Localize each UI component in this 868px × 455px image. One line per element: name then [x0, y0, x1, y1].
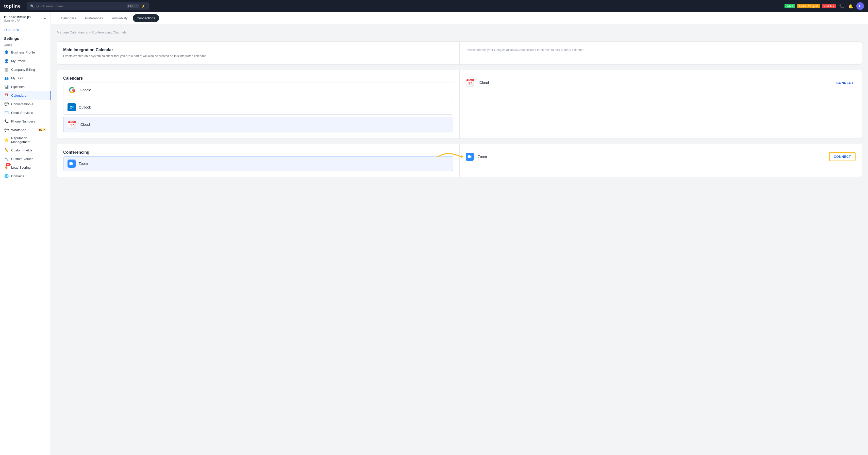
zoom-connect-item: Zoom CONNECT	[466, 150, 856, 163]
search-input[interactable]	[36, 4, 125, 8]
chevron-down-icon: ▼	[43, 17, 46, 21]
beta-badge: beta	[38, 128, 46, 131]
sidebar-item-label: WhatsApp	[11, 128, 35, 132]
calendars-title: Calendars	[63, 76, 453, 80]
icloud-calendar-item[interactable]: Mon 17 iCloud	[63, 117, 453, 132]
sidebar-item-phone-numbers[interactable]: 📞 Phone Numbers	[0, 117, 51, 126]
tab-preferences[interactable]: Preferences	[81, 14, 107, 22]
bell-icon[interactable]: 🔔	[847, 3, 854, 10]
sidebar-item-lead-scoring[interactable]: G 30 Lead Scoring	[0, 163, 51, 172]
conferencing-right: Zoom CONNECT	[460, 144, 862, 177]
conferencing-title: Conferencing	[63, 150, 453, 155]
chevron-left-icon: ‹	[4, 28, 5, 32]
main-layout: Dunder Mifflin [D... Scranton, PA ▼ ‹ Go…	[0, 12, 868, 455]
main-integration-left: Main Integration Calendar Events created…	[57, 42, 460, 64]
company-billing-icon: 🏢	[4, 67, 9, 72]
whatsapp-icon: 💬	[4, 128, 9, 132]
search-bar[interactable]: 🔍 Ctrl + K ⚡	[27, 2, 149, 10]
content-area: Calendars Preferences Availability Conne…	[51, 12, 868, 455]
go-back-link[interactable]: ‹ Go Back	[0, 25, 51, 34]
sidebar-item-label: Custom Values	[11, 157, 46, 161]
sidebar-item-reputation-management[interactable]: ⭐ Reputation Management	[0, 134, 51, 146]
calendars-list: Google O	[63, 82, 453, 132]
calendars-icon: 📅	[4, 93, 9, 98]
sidebar-item-label: Domains	[11, 174, 46, 178]
email-services-icon: ✉️	[4, 110, 9, 115]
tab-calendars[interactable]: Calendars	[57, 14, 80, 22]
business-profile-icon: 👤	[4, 50, 9, 55]
zoom-right-icon	[466, 153, 474, 161]
sidebar-item-custom-values[interactable]: 🔧 Custom Values	[0, 155, 51, 163]
svg-rect-3	[69, 162, 72, 165]
conferencing-list: Zoom	[63, 156, 453, 171]
user-avatar[interactable]: U	[856, 2, 864, 10]
calendars-section-card: Calendars	[57, 70, 862, 139]
sidebar-item-custom-fields[interactable]: ✏️ Custom Fields	[0, 146, 51, 155]
tabs-bar: Calendars Preferences Availability Conne…	[51, 12, 868, 24]
sidebar-item-label: My Profile	[11, 59, 46, 63]
zoom-item[interactable]: Zoom	[63, 156, 453, 171]
icloud-right-icon: Mon 17	[466, 78, 475, 87]
google-calendar-item[interactable]: Google	[63, 82, 453, 98]
tab-availability[interactable]: Availability	[108, 14, 131, 22]
zoom-label: Zoom	[79, 162, 88, 166]
sidebar-item-label: My Staff	[11, 76, 46, 80]
sidebar-item-label: Email Services	[11, 111, 46, 115]
sidebar-account[interactable]: Dunder Mifflin [D... Scranton, PA ▼	[0, 12, 51, 25]
account-name: Dunder Mifflin [D...	[4, 15, 41, 19]
main-integration-card: Main Integration Calendar Events created…	[57, 41, 862, 65]
account-sub: Scranton, PA	[4, 19, 41, 22]
sidebar: Dunder Mifflin [D... Scranton, PA ▼ ‹ Go…	[0, 12, 51, 455]
domains-icon: 🌐	[4, 174, 9, 178]
icloud-calendar-label: iCloud	[80, 123, 90, 127]
custom-values-icon: 🔧	[4, 157, 9, 161]
sidebar-item-my-profile[interactable]: 👤 My Profile	[0, 57, 51, 65]
sidebar-item-conversation-ai[interactable]: 💬 Conversation AI	[0, 100, 51, 108]
my-staff-icon: 👥	[4, 76, 9, 80]
my-profile-icon: 👤	[4, 59, 9, 63]
main-integration-desc: Events created on a system calendar that…	[63, 54, 453, 58]
search-icon: 🔍	[30, 4, 34, 8]
sidebar-item-email-services[interactable]: ✉️ Email Services	[0, 108, 51, 117]
outlook-calendar-item[interactable]: O Outlook	[63, 100, 453, 115]
sidebar-item-label: Pipelines	[11, 85, 46, 89]
sidebar-item-label: Company Billing	[11, 68, 46, 71]
svg-text:O: O	[70, 105, 72, 109]
sidebar-item-calendars[interactable]: 📅 Calendars	[0, 91, 51, 100]
tab-connections[interactable]: Connections	[133, 14, 159, 22]
top-nav: topline 🔍 Ctrl + K ⚡ What topline Suppor…	[0, 0, 868, 12]
sidebar-item-pipelines[interactable]: 📊 Pipelines	[0, 83, 51, 91]
support-badge[interactable]: topline Support	[797, 4, 820, 8]
reputation-icon: ⭐	[4, 138, 9, 142]
phone-numbers-icon: 📞	[4, 119, 9, 124]
sidebar-item-label: Phone Numbers	[11, 120, 46, 123]
conferencing-section-card: Conferencing Zoom	[57, 144, 862, 177]
svg-marker-4	[461, 155, 463, 159]
sidebar-item-label: Calendars	[11, 94, 46, 97]
phone-icon[interactable]: 📞	[838, 3, 845, 10]
sidebar-item-business-profile[interactable]: 👤 Business Profile	[0, 48, 51, 57]
calendars-left: Calendars	[57, 70, 460, 138]
sidebar-item-label: Custom Fields	[11, 149, 46, 152]
icloud-connect-button[interactable]: CONNECT	[834, 80, 856, 86]
sidebar-item-domains[interactable]: 🌐 Domains	[0, 172, 51, 180]
main-integration-right: Please connect your Google/Outlook/iClou…	[460, 42, 862, 64]
conferencing-left: Conferencing Zoom	[57, 144, 460, 177]
search-shortcut: Ctrl + K	[127, 4, 139, 8]
whatsapp-badge[interactable]: What	[784, 4, 795, 8]
updates-badge[interactable]: updates	[822, 4, 836, 8]
zoom-connect-button[interactable]: CONNECT	[829, 152, 856, 161]
calendars-right: Mon 17 iCloud CONNECT	[460, 70, 862, 138]
icloud-right-label: iCloud	[479, 80, 831, 85]
settings-title: Settings	[0, 34, 51, 42]
topnav-right: What topline Support updates 📞 🔔 U	[784, 2, 864, 10]
sidebar-item-my-staff[interactable]: 👥 My Staff	[0, 74, 51, 83]
pipelines-icon: 📊	[4, 85, 9, 89]
sidebar-item-label: Lead Scoring	[11, 166, 46, 169]
conversation-ai-icon: 💬	[4, 102, 9, 106]
sidebar-item-label: Conversation AI	[11, 102, 46, 106]
lead-scoring-icon: G 30	[4, 165, 9, 170]
icloud-connect-item: Mon 17 iCloud CONNECT	[466, 76, 856, 89]
sidebar-item-company-billing[interactable]: 🏢 Company Billing	[0, 65, 51, 74]
sidebar-item-whatsapp[interactable]: 💬 WhatsApp beta	[0, 126, 51, 134]
